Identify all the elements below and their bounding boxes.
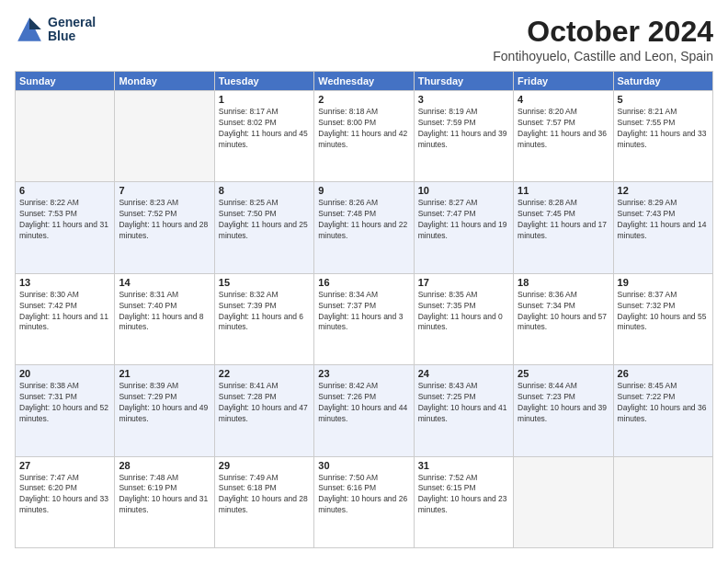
day-info: Sunrise: 8:18 AM Sunset: 8:00 PM Dayligh… — [318, 107, 409, 151]
day-info: Sunrise: 8:23 AM Sunset: 7:52 PM Dayligh… — [119, 198, 210, 242]
week-row-5: 27Sunrise: 7:47 AM Sunset: 6:20 PM Dayli… — [16, 456, 713, 547]
day-number: 6 — [19, 185, 110, 196]
calendar-cell: 11Sunrise: 8:28 AM Sunset: 7:45 PM Dayli… — [514, 182, 613, 273]
day-header-saturday: Saturday — [613, 72, 712, 91]
calendar: SundayMondayTuesdayWednesdayThursdayFrid… — [15, 71, 713, 548]
day-number: 22 — [219, 368, 310, 379]
calendar-cell: 26Sunrise: 8:45 AM Sunset: 7:22 PM Dayli… — [613, 365, 712, 456]
calendar-cell: 8Sunrise: 8:25 AM Sunset: 7:50 PM Daylig… — [214, 182, 313, 273]
day-info: Sunrise: 8:38 AM Sunset: 7:31 PM Dayligh… — [19, 381, 110, 425]
day-number: 3 — [418, 94, 509, 105]
day-number: 10 — [418, 185, 509, 196]
calendar-cell: 19Sunrise: 8:37 AM Sunset: 7:32 PM Dayli… — [613, 273, 712, 364]
page: General Blue October 2024 Fontihoyuelo, … — [0, 0, 728, 563]
day-number: 21 — [119, 368, 210, 379]
day-number: 27 — [19, 460, 110, 471]
logo: General Blue — [15, 15, 96, 44]
calendar-cell: 18Sunrise: 8:36 AM Sunset: 7:34 PM Dayli… — [514, 273, 613, 364]
day-header-sunday: Sunday — [16, 72, 115, 91]
calendar-cell: 24Sunrise: 8:43 AM Sunset: 7:25 PM Dayli… — [414, 365, 513, 456]
day-number: 30 — [318, 460, 409, 471]
calendar-cell: 13Sunrise: 8:30 AM Sunset: 7:42 PM Dayli… — [16, 273, 115, 364]
month-title: October 2024 — [493, 15, 713, 49]
day-info: Sunrise: 7:48 AM Sunset: 6:19 PM Dayligh… — [119, 473, 210, 517]
day-header-thursday: Thursday — [414, 72, 513, 91]
title-block: October 2024 Fontihoyuelo, Castille and … — [493, 15, 713, 63]
day-info: Sunrise: 7:52 AM Sunset: 6:15 PM Dayligh… — [418, 473, 509, 517]
day-number: 14 — [119, 277, 210, 288]
calendar-cell — [613, 456, 712, 547]
header-row: SundayMondayTuesdayWednesdayThursdayFrid… — [16, 72, 713, 91]
day-number: 7 — [119, 185, 210, 196]
calendar-cell: 12Sunrise: 8:29 AM Sunset: 7:43 PM Dayli… — [613, 182, 712, 273]
day-info: Sunrise: 8:32 AM Sunset: 7:39 PM Dayligh… — [219, 290, 310, 334]
calendar-cell: 25Sunrise: 8:44 AM Sunset: 7:23 PM Dayli… — [514, 365, 613, 456]
day-info: Sunrise: 8:27 AM Sunset: 7:47 PM Dayligh… — [418, 198, 509, 242]
day-header-wednesday: Wednesday — [314, 72, 414, 91]
calendar-cell — [115, 91, 214, 182]
calendar-cell: 23Sunrise: 8:42 AM Sunset: 7:26 PM Dayli… — [314, 365, 414, 456]
day-number: 28 — [119, 460, 210, 471]
day-info: Sunrise: 8:29 AM Sunset: 7:43 PM Dayligh… — [618, 198, 709, 242]
calendar-cell: 1Sunrise: 8:17 AM Sunset: 8:02 PM Daylig… — [214, 91, 313, 182]
calendar-cell: 15Sunrise: 8:32 AM Sunset: 7:39 PM Dayli… — [214, 273, 313, 364]
day-info: Sunrise: 8:21 AM Sunset: 7:55 PM Dayligh… — [618, 107, 709, 151]
calendar-cell: 14Sunrise: 8:31 AM Sunset: 7:40 PM Dayli… — [115, 273, 214, 364]
day-number: 2 — [318, 94, 409, 105]
day-number: 19 — [618, 277, 709, 288]
day-info: Sunrise: 8:41 AM Sunset: 7:28 PM Dayligh… — [219, 381, 310, 425]
day-info: Sunrise: 8:17 AM Sunset: 8:02 PM Dayligh… — [219, 107, 310, 151]
calendar-cell: 29Sunrise: 7:49 AM Sunset: 6:18 PM Dayli… — [214, 456, 313, 547]
day-number: 12 — [618, 185, 709, 196]
day-info: Sunrise: 8:45 AM Sunset: 7:22 PM Dayligh… — [618, 381, 709, 425]
day-info: Sunrise: 8:36 AM Sunset: 7:34 PM Dayligh… — [518, 290, 609, 334]
calendar-cell: 31Sunrise: 7:52 AM Sunset: 6:15 PM Dayli… — [414, 456, 513, 547]
day-number: 17 — [418, 277, 509, 288]
day-info: Sunrise: 8:19 AM Sunset: 7:59 PM Dayligh… — [418, 107, 509, 151]
calendar-cell: 22Sunrise: 8:41 AM Sunset: 7:28 PM Dayli… — [214, 365, 313, 456]
calendar-cell: 20Sunrise: 8:38 AM Sunset: 7:31 PM Dayli… — [16, 365, 115, 456]
day-info: Sunrise: 8:28 AM Sunset: 7:45 PM Dayligh… — [518, 198, 609, 242]
logo-text: General Blue — [48, 16, 96, 44]
day-info: Sunrise: 8:34 AM Sunset: 7:37 PM Dayligh… — [318, 290, 409, 334]
calendar-cell: 28Sunrise: 7:48 AM Sunset: 6:19 PM Dayli… — [115, 456, 214, 547]
day-info: Sunrise: 8:26 AM Sunset: 7:48 PM Dayligh… — [318, 198, 409, 242]
day-header-monday: Monday — [115, 72, 214, 91]
calendar-cell: 3Sunrise: 8:19 AM Sunset: 7:59 PM Daylig… — [414, 91, 513, 182]
calendar-cell: 10Sunrise: 8:27 AM Sunset: 7:47 PM Dayli… — [414, 182, 513, 273]
day-info: Sunrise: 8:20 AM Sunset: 7:57 PM Dayligh… — [518, 107, 609, 151]
day-info: Sunrise: 8:25 AM Sunset: 7:50 PM Dayligh… — [219, 198, 310, 242]
calendar-cell: 6Sunrise: 8:22 AM Sunset: 7:53 PM Daylig… — [16, 182, 115, 273]
calendar-cell: 7Sunrise: 8:23 AM Sunset: 7:52 PM Daylig… — [115, 182, 214, 273]
calendar-cell: 21Sunrise: 8:39 AM Sunset: 7:29 PM Dayli… — [115, 365, 214, 456]
day-header-tuesday: Tuesday — [214, 72, 313, 91]
day-info: Sunrise: 7:50 AM Sunset: 6:16 PM Dayligh… — [318, 473, 409, 517]
calendar-cell: 5Sunrise: 8:21 AM Sunset: 7:55 PM Daylig… — [613, 91, 712, 182]
day-number: 26 — [618, 368, 709, 379]
week-row-1: 1Sunrise: 8:17 AM Sunset: 8:02 PM Daylig… — [16, 91, 713, 182]
day-number: 24 — [418, 368, 509, 379]
day-info: Sunrise: 8:37 AM Sunset: 7:32 PM Dayligh… — [618, 290, 709, 334]
calendar-cell: 4Sunrise: 8:20 AM Sunset: 7:57 PM Daylig… — [514, 91, 613, 182]
week-row-4: 20Sunrise: 8:38 AM Sunset: 7:31 PM Dayli… — [16, 365, 713, 456]
day-number: 1 — [219, 94, 310, 105]
day-number: 31 — [418, 460, 509, 471]
day-number: 8 — [219, 185, 310, 196]
day-number: 20 — [19, 368, 110, 379]
svg-marker-1 — [29, 17, 41, 29]
logo-icon — [15, 15, 44, 44]
calendar-cell: 27Sunrise: 7:47 AM Sunset: 6:20 PM Dayli… — [16, 456, 115, 547]
day-info: Sunrise: 8:35 AM Sunset: 7:35 PM Dayligh… — [418, 290, 509, 334]
day-number: 23 — [318, 368, 409, 379]
calendar-cell — [16, 91, 115, 182]
day-number: 25 — [518, 368, 609, 379]
header: General Blue October 2024 Fontihoyuelo, … — [15, 15, 713, 63]
calendar-cell — [514, 456, 613, 547]
day-number: 5 — [618, 94, 709, 105]
day-info: Sunrise: 8:22 AM Sunset: 7:53 PM Dayligh… — [19, 198, 110, 242]
logo-line2: Blue — [48, 29, 96, 43]
day-number: 9 — [318, 185, 409, 196]
day-info: Sunrise: 8:30 AM Sunset: 7:42 PM Dayligh… — [19, 290, 110, 334]
day-info: Sunrise: 8:44 AM Sunset: 7:23 PM Dayligh… — [518, 381, 609, 425]
day-info: Sunrise: 7:49 AM Sunset: 6:18 PM Dayligh… — [219, 473, 310, 517]
